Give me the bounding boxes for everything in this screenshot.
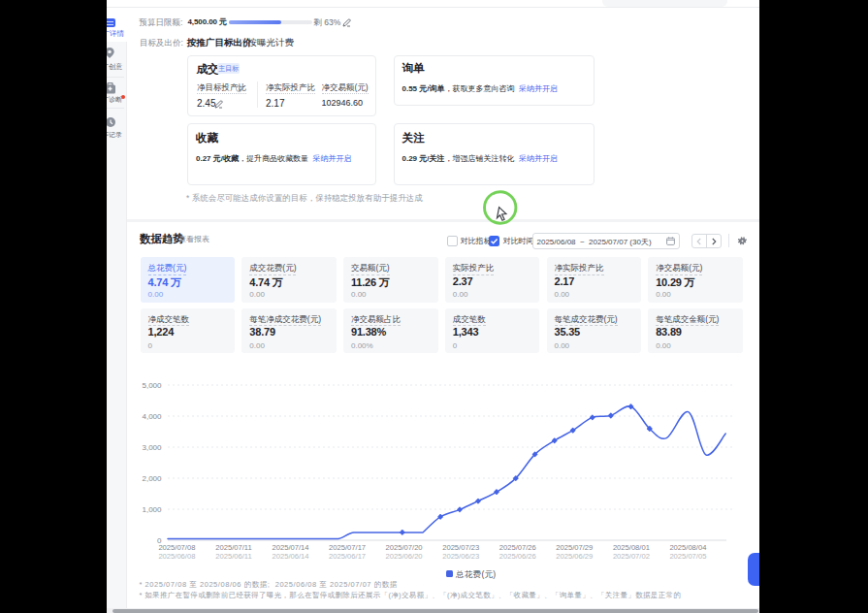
svg-text:2025/07/08: 2025/07/08 bbox=[158, 543, 195, 552]
svg-text:2025/07/20: 2025/07/20 bbox=[386, 543, 423, 552]
svg-text:2025/08/04: 2025/08/04 bbox=[669, 543, 706, 552]
svg-text:2025/08/01: 2025/08/01 bbox=[613, 543, 650, 552]
svg-text:2025/06/20: 2025/06/20 bbox=[386, 552, 423, 561]
svg-text:2025/07/17: 2025/07/17 bbox=[329, 543, 366, 552]
svg-text:2025/06/17: 2025/06/17 bbox=[329, 552, 366, 561]
svg-text:2025/07/26: 2025/07/26 bbox=[499, 543, 536, 552]
svg-text:3,000: 3,000 bbox=[142, 443, 162, 452]
svg-text:1,000: 1,000 bbox=[142, 505, 162, 514]
svg-text:2025/07/02: 2025/07/02 bbox=[613, 552, 650, 561]
svg-text:5,000: 5,000 bbox=[142, 381, 162, 390]
svg-text:2025/07/05: 2025/07/05 bbox=[669, 552, 706, 561]
svg-text:2025/07/23: 2025/07/23 bbox=[442, 543, 479, 552]
svg-text:2025/07/11: 2025/07/11 bbox=[215, 543, 251, 552]
svg-text:2025/07/29: 2025/07/29 bbox=[556, 543, 593, 552]
svg-text:4,000: 4,000 bbox=[142, 412, 162, 421]
svg-text:2025/06/11: 2025/06/11 bbox=[215, 552, 251, 561]
svg-text:2025/06/26: 2025/06/26 bbox=[499, 552, 536, 561]
svg-text:2,000: 2,000 bbox=[142, 474, 162, 483]
svg-text:2025/07/14: 2025/07/14 bbox=[272, 543, 308, 552]
svg-text:2025/06/29: 2025/06/29 bbox=[556, 552, 593, 561]
svg-text:2025/06/14: 2025/06/14 bbox=[272, 552, 308, 561]
svg-text:2025/06/08: 2025/06/08 bbox=[158, 552, 195, 561]
svg-text:2025/06/23: 2025/06/23 bbox=[442, 552, 479, 561]
